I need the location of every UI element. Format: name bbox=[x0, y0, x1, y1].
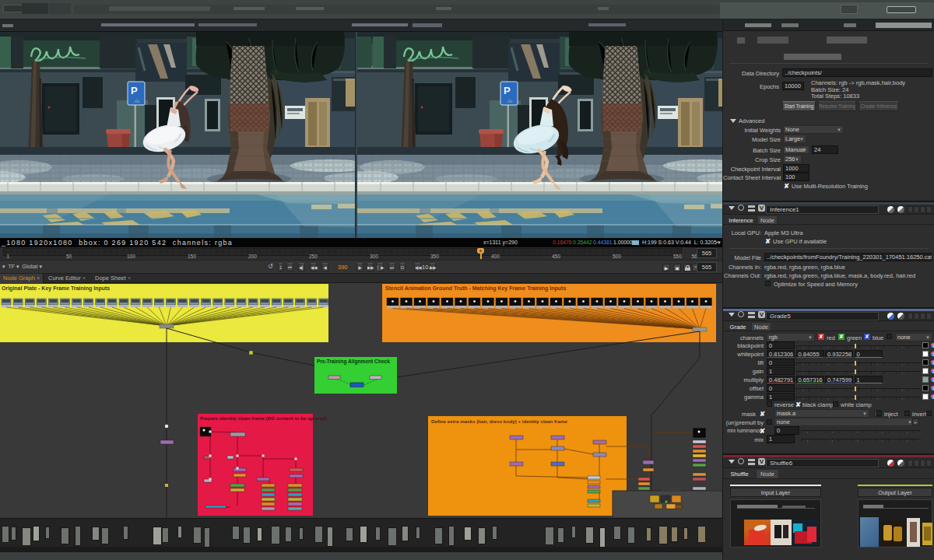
svg-text:Pre-Training Alignment Check: Pre-Training Alignment Check bbox=[317, 359, 390, 365]
svg-text:Original Plate - Key Frame Tra: Original Plate - Key Frame Training Inpu… bbox=[2, 285, 110, 292]
svg-text:Prepare identity clean frame (: Prepare identity clean frame (BG content… bbox=[200, 415, 327, 421]
svg-text:Define extra masks (hair, dres: Define extra masks (hair, dress body) + … bbox=[431, 418, 567, 424]
svg-text:Stencil Animation Ground Truth: Stencil Animation Ground Truth - Matchin… bbox=[385, 285, 566, 292]
